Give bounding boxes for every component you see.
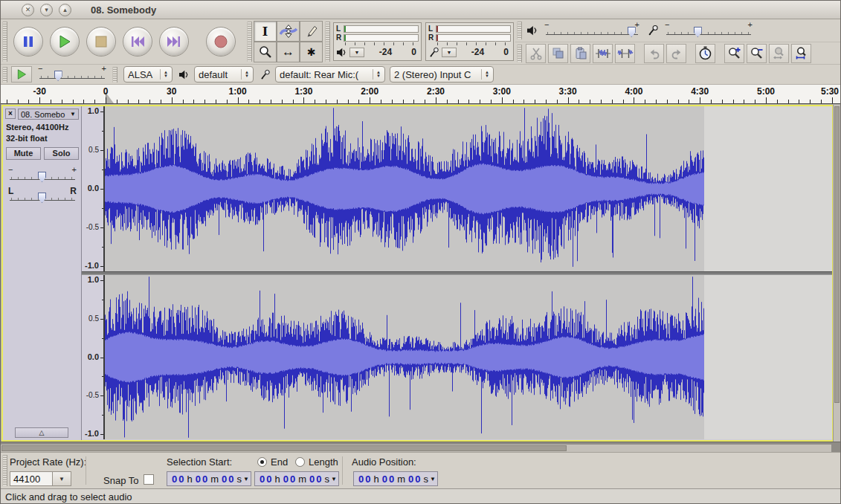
- toolbar-grip[interactable]: [325, 22, 330, 62]
- fit-selection-button[interactable]: [769, 44, 789, 63]
- input-device-select[interactable]: default: Rear Mic:( ▲▼: [275, 66, 385, 83]
- mute-button[interactable]: Mute: [6, 147, 41, 160]
- zoom-out-button[interactable]: [747, 44, 767, 63]
- speaker-icon: [526, 25, 538, 36]
- draw-tool-button[interactable]: [300, 21, 323, 42]
- close-icon: ✕: [25, 6, 31, 13]
- ruler-tick: [100, 434, 103, 435]
- zoom-tool-button[interactable]: [254, 42, 277, 62]
- time-shift-tool-button[interactable]: ↔: [277, 42, 300, 62]
- toolbar-grip[interactable]: [112, 67, 117, 83]
- plus-label: +: [72, 166, 77, 173]
- cut-button[interactable]: [526, 44, 546, 63]
- status-message: Click and drag to select audio: [5, 491, 132, 503]
- trim-audio-button[interactable]: [593, 44, 613, 63]
- undo-button[interactable]: [644, 44, 664, 63]
- record-button[interactable]: [206, 27, 236, 56]
- audio-host-select[interactable]: ALSA ▲▼: [123, 66, 173, 83]
- audio-position-time-field[interactable]: 00 h 00 m 00 s▼: [353, 471, 438, 486]
- window-minimize-button[interactable]: ▾: [40, 4, 53, 16]
- play-at-speed-button[interactable]: [11, 66, 32, 83]
- envelope-tool-button[interactable]: [277, 21, 300, 42]
- timeline-tick: [138, 100, 139, 103]
- end-radio[interactable]: [257, 457, 267, 467]
- track-title-menu[interactable]: 08. Somebo ▼: [18, 109, 79, 120]
- waveform-right-channel[interactable]: [104, 275, 832, 439]
- recording-meter[interactable]: L R ▼ -24 0: [425, 22, 514, 61]
- timeline-tick: [172, 97, 173, 103]
- zoom-in-button[interactable]: [724, 44, 744, 63]
- track-control-panel: × 08. Somebo ▼ Stereo, 44100Hz 32-bit fl…: [3, 106, 82, 440]
- slider-thumb[interactable]: [628, 27, 636, 37]
- track-close-button[interactable]: ×: [5, 109, 16, 119]
- paste-button[interactable]: [570, 44, 590, 63]
- skip-to-end-button[interactable]: [159, 27, 189, 56]
- output-device-select[interactable]: default ▲▼: [194, 66, 254, 83]
- skip-to-start-button[interactable]: [123, 27, 152, 56]
- track-pan-slider[interactable]: L R: [8, 188, 77, 204]
- recording-meter-dropdown[interactable]: ▼: [442, 48, 457, 57]
- microphone-icon: [647, 25, 659, 36]
- window-close-button[interactable]: ✕: [22, 4, 34, 16]
- timeline-tick: [381, 100, 381, 103]
- slider-thumb[interactable]: [38, 193, 46, 203]
- selection-start-time-field[interactable]: 00 h 00 m 00 s▼: [167, 471, 251, 486]
- output-volume-slider[interactable]: − +: [544, 22, 639, 39]
- slider-thumb[interactable]: [694, 27, 702, 37]
- timeline-tick: [293, 100, 294, 103]
- length-radio[interactable]: [295, 457, 305, 467]
- multi-tool-button[interactable]: ✱: [300, 42, 323, 62]
- track-collapse-button[interactable]: △: [15, 427, 68, 438]
- play-button[interactable]: [50, 27, 80, 56]
- close-icon: ×: [8, 109, 13, 117]
- horizontal-scrollbar-thumb[interactable]: [1, 445, 567, 451]
- project-rate-select[interactable]: 44100: [10, 471, 53, 486]
- sync-lock-tracks-button[interactable]: [695, 44, 715, 63]
- pause-button[interactable]: [13, 27, 43, 56]
- time-field-dropdown-arrow[interactable]: ▼: [430, 476, 436, 482]
- toolbar-grip[interactable]: [517, 45, 522, 62]
- mixer-toolbar: − + − +: [515, 19, 840, 42]
- selection-tool-button[interactable]: I: [254, 21, 277, 42]
- toolbar-grip[interactable]: [2, 67, 7, 83]
- selection-end-time-field[interactable]: 00 h 00 m 00 s▼: [254, 471, 339, 486]
- waveform-left-channel[interactable]: [104, 106, 832, 271]
- silence-icon: [617, 47, 634, 60]
- window-maximize-button[interactable]: ▴: [59, 4, 71, 16]
- input-channels-select[interactable]: 2 (Stereo) Input C ▲▼: [390, 66, 494, 83]
- toolbar-grip[interactable]: [247, 22, 252, 62]
- timeline-tick: [7, 100, 7, 103]
- time-field-char: 0: [283, 474, 289, 485]
- toolbar-grip[interactable]: [2, 455, 7, 486]
- silence-audio-button[interactable]: [615, 44, 635, 63]
- timeline-tick: [370, 97, 370, 103]
- stop-button[interactable]: [86, 27, 116, 56]
- timeline-tick: [546, 100, 547, 103]
- timeline-ruler[interactable]: -300301:001:302:002:303:003:304:004:305:…: [1, 84, 840, 104]
- toolbar-grip[interactable]: [517, 22, 522, 39]
- play-at-speed-icon: [16, 69, 27, 80]
- window-title: 08. Somebody: [91, 4, 156, 16]
- playback-meter-dropdown[interactable]: ▼: [349, 48, 364, 57]
- redo-button[interactable]: [666, 44, 686, 63]
- toolbar-grip[interactable]: [2, 22, 7, 62]
- solo-button[interactable]: Solo: [44, 147, 79, 160]
- snap-to-checkbox[interactable]: [144, 474, 154, 485]
- playback-meter[interactable]: L R ▼ -24 0: [333, 22, 422, 61]
- timeline-tick: [799, 100, 799, 103]
- slider-thumb[interactable]: [54, 71, 62, 81]
- playback-speed-slider[interactable]: − +: [38, 66, 106, 83]
- speaker-icon: [178, 70, 190, 80]
- vertical-scrollbar-thumb[interactable]: [834, 106, 840, 403]
- copy-button[interactable]: [548, 44, 568, 63]
- input-volume-slider[interactable]: − +: [665, 22, 753, 39]
- time-field-dropdown-arrow[interactable]: ▼: [243, 476, 249, 482]
- time-field-dropdown-arrow[interactable]: ▼: [331, 476, 337, 482]
- fit-project-button[interactable]: [791, 44, 811, 63]
- vertical-ruler-left-channel: 1.00.50.0-0.5-1.0: [82, 106, 104, 271]
- track-gain-slider[interactable]: − +: [8, 167, 77, 184]
- slider-thumb[interactable]: [38, 172, 46, 182]
- asterisk-icon: ✱: [307, 46, 316, 58]
- vertical-scrollbar[interactable]: [833, 105, 840, 442]
- project-rate-dropdown-button[interactable]: ▼: [52, 471, 71, 486]
